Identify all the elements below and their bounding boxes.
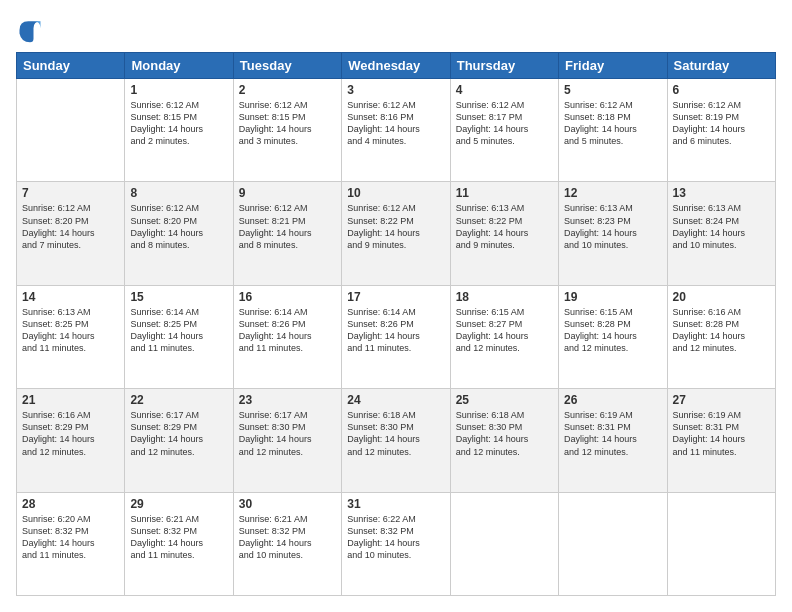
day-info: Sunrise: 6:14 AM Sunset: 8:26 PM Dayligh… <box>239 306 336 355</box>
weekday-header-friday: Friday <box>559 53 667 79</box>
day-number: 5 <box>564 83 661 97</box>
day-info: Sunrise: 6:15 AM Sunset: 8:28 PM Dayligh… <box>564 306 661 355</box>
day-number: 22 <box>130 393 227 407</box>
calendar-cell: 16Sunrise: 6:14 AM Sunset: 8:26 PM Dayli… <box>233 285 341 388</box>
calendar-cell: 27Sunrise: 6:19 AM Sunset: 8:31 PM Dayli… <box>667 389 775 492</box>
calendar-cell: 30Sunrise: 6:21 AM Sunset: 8:32 PM Dayli… <box>233 492 341 595</box>
day-info: Sunrise: 6:12 AM Sunset: 8:16 PM Dayligh… <box>347 99 444 148</box>
day-info: Sunrise: 6:12 AM Sunset: 8:22 PM Dayligh… <box>347 202 444 251</box>
day-info: Sunrise: 6:20 AM Sunset: 8:32 PM Dayligh… <box>22 513 119 562</box>
day-number: 18 <box>456 290 553 304</box>
day-number: 23 <box>239 393 336 407</box>
calendar-cell: 31Sunrise: 6:22 AM Sunset: 8:32 PM Dayli… <box>342 492 450 595</box>
calendar-cell <box>559 492 667 595</box>
calendar-cell: 19Sunrise: 6:15 AM Sunset: 8:28 PM Dayli… <box>559 285 667 388</box>
calendar-cell: 21Sunrise: 6:16 AM Sunset: 8:29 PM Dayli… <box>17 389 125 492</box>
day-number: 27 <box>673 393 770 407</box>
calendar-cell: 20Sunrise: 6:16 AM Sunset: 8:28 PM Dayli… <box>667 285 775 388</box>
day-number: 26 <box>564 393 661 407</box>
day-info: Sunrise: 6:12 AM Sunset: 8:18 PM Dayligh… <box>564 99 661 148</box>
weekday-header-thursday: Thursday <box>450 53 558 79</box>
day-number: 6 <box>673 83 770 97</box>
day-number: 17 <box>347 290 444 304</box>
calendar-cell: 3Sunrise: 6:12 AM Sunset: 8:16 PM Daylig… <box>342 79 450 182</box>
day-info: Sunrise: 6:17 AM Sunset: 8:29 PM Dayligh… <box>130 409 227 458</box>
day-info: Sunrise: 6:21 AM Sunset: 8:32 PM Dayligh… <box>239 513 336 562</box>
calendar-week-row: 7Sunrise: 6:12 AM Sunset: 8:20 PM Daylig… <box>17 182 776 285</box>
day-number: 21 <box>22 393 119 407</box>
calendar-cell: 13Sunrise: 6:13 AM Sunset: 8:24 PM Dayli… <box>667 182 775 285</box>
day-number: 14 <box>22 290 119 304</box>
calendar-cell: 18Sunrise: 6:15 AM Sunset: 8:27 PM Dayli… <box>450 285 558 388</box>
weekday-header-saturday: Saturday <box>667 53 775 79</box>
day-info: Sunrise: 6:21 AM Sunset: 8:32 PM Dayligh… <box>130 513 227 562</box>
calendar-cell: 23Sunrise: 6:17 AM Sunset: 8:30 PM Dayli… <box>233 389 341 492</box>
calendar-cell: 24Sunrise: 6:18 AM Sunset: 8:30 PM Dayli… <box>342 389 450 492</box>
page: SundayMondayTuesdayWednesdayThursdayFrid… <box>0 0 792 612</box>
day-info: Sunrise: 6:19 AM Sunset: 8:31 PM Dayligh… <box>673 409 770 458</box>
calendar-cell: 8Sunrise: 6:12 AM Sunset: 8:20 PM Daylig… <box>125 182 233 285</box>
day-number: 12 <box>564 186 661 200</box>
day-number: 29 <box>130 497 227 511</box>
logo <box>16 16 48 44</box>
calendar-cell: 26Sunrise: 6:19 AM Sunset: 8:31 PM Dayli… <box>559 389 667 492</box>
calendar-cell: 9Sunrise: 6:12 AM Sunset: 8:21 PM Daylig… <box>233 182 341 285</box>
day-number: 1 <box>130 83 227 97</box>
day-info: Sunrise: 6:12 AM Sunset: 8:20 PM Dayligh… <box>130 202 227 251</box>
calendar-cell: 15Sunrise: 6:14 AM Sunset: 8:25 PM Dayli… <box>125 285 233 388</box>
day-number: 9 <box>239 186 336 200</box>
calendar-week-row: 21Sunrise: 6:16 AM Sunset: 8:29 PM Dayli… <box>17 389 776 492</box>
weekday-header-wednesday: Wednesday <box>342 53 450 79</box>
day-info: Sunrise: 6:19 AM Sunset: 8:31 PM Dayligh… <box>564 409 661 458</box>
day-number: 19 <box>564 290 661 304</box>
day-number: 10 <box>347 186 444 200</box>
header <box>16 16 776 44</box>
calendar-cell: 6Sunrise: 6:12 AM Sunset: 8:19 PM Daylig… <box>667 79 775 182</box>
day-info: Sunrise: 6:12 AM Sunset: 8:17 PM Dayligh… <box>456 99 553 148</box>
calendar-cell: 2Sunrise: 6:12 AM Sunset: 8:15 PM Daylig… <box>233 79 341 182</box>
day-number: 7 <box>22 186 119 200</box>
calendar-cell: 17Sunrise: 6:14 AM Sunset: 8:26 PM Dayli… <box>342 285 450 388</box>
day-info: Sunrise: 6:16 AM Sunset: 8:29 PM Dayligh… <box>22 409 119 458</box>
calendar-week-row: 14Sunrise: 6:13 AM Sunset: 8:25 PM Dayli… <box>17 285 776 388</box>
day-info: Sunrise: 6:13 AM Sunset: 8:22 PM Dayligh… <box>456 202 553 251</box>
day-number: 20 <box>673 290 770 304</box>
calendar-cell: 25Sunrise: 6:18 AM Sunset: 8:30 PM Dayli… <box>450 389 558 492</box>
day-info: Sunrise: 6:13 AM Sunset: 8:25 PM Dayligh… <box>22 306 119 355</box>
day-number: 8 <box>130 186 227 200</box>
day-info: Sunrise: 6:18 AM Sunset: 8:30 PM Dayligh… <box>347 409 444 458</box>
day-info: Sunrise: 6:14 AM Sunset: 8:26 PM Dayligh… <box>347 306 444 355</box>
day-number: 25 <box>456 393 553 407</box>
day-info: Sunrise: 6:16 AM Sunset: 8:28 PM Dayligh… <box>673 306 770 355</box>
calendar-cell <box>667 492 775 595</box>
logo-icon <box>16 16 44 44</box>
day-number: 24 <box>347 393 444 407</box>
calendar-cell: 4Sunrise: 6:12 AM Sunset: 8:17 PM Daylig… <box>450 79 558 182</box>
calendar-cell: 5Sunrise: 6:12 AM Sunset: 8:18 PM Daylig… <box>559 79 667 182</box>
weekday-header-tuesday: Tuesday <box>233 53 341 79</box>
day-number: 2 <box>239 83 336 97</box>
calendar-week-row: 28Sunrise: 6:20 AM Sunset: 8:32 PM Dayli… <box>17 492 776 595</box>
calendar-header-row: SundayMondayTuesdayWednesdayThursdayFrid… <box>17 53 776 79</box>
day-info: Sunrise: 6:12 AM Sunset: 8:15 PM Dayligh… <box>130 99 227 148</box>
day-info: Sunrise: 6:12 AM Sunset: 8:21 PM Dayligh… <box>239 202 336 251</box>
day-info: Sunrise: 6:18 AM Sunset: 8:30 PM Dayligh… <box>456 409 553 458</box>
weekday-header-sunday: Sunday <box>17 53 125 79</box>
day-number: 28 <box>22 497 119 511</box>
day-info: Sunrise: 6:22 AM Sunset: 8:32 PM Dayligh… <box>347 513 444 562</box>
day-number: 11 <box>456 186 553 200</box>
calendar-cell: 1Sunrise: 6:12 AM Sunset: 8:15 PM Daylig… <box>125 79 233 182</box>
calendar-cell: 22Sunrise: 6:17 AM Sunset: 8:29 PM Dayli… <box>125 389 233 492</box>
weekday-header-monday: Monday <box>125 53 233 79</box>
calendar-table: SundayMondayTuesdayWednesdayThursdayFrid… <box>16 52 776 596</box>
calendar-cell: 12Sunrise: 6:13 AM Sunset: 8:23 PM Dayli… <box>559 182 667 285</box>
day-info: Sunrise: 6:12 AM Sunset: 8:20 PM Dayligh… <box>22 202 119 251</box>
calendar-cell <box>17 79 125 182</box>
day-info: Sunrise: 6:12 AM Sunset: 8:19 PM Dayligh… <box>673 99 770 148</box>
day-info: Sunrise: 6:17 AM Sunset: 8:30 PM Dayligh… <box>239 409 336 458</box>
calendar-cell: 14Sunrise: 6:13 AM Sunset: 8:25 PM Dayli… <box>17 285 125 388</box>
day-number: 15 <box>130 290 227 304</box>
calendar-cell: 7Sunrise: 6:12 AM Sunset: 8:20 PM Daylig… <box>17 182 125 285</box>
day-info: Sunrise: 6:12 AM Sunset: 8:15 PM Dayligh… <box>239 99 336 148</box>
day-number: 13 <box>673 186 770 200</box>
